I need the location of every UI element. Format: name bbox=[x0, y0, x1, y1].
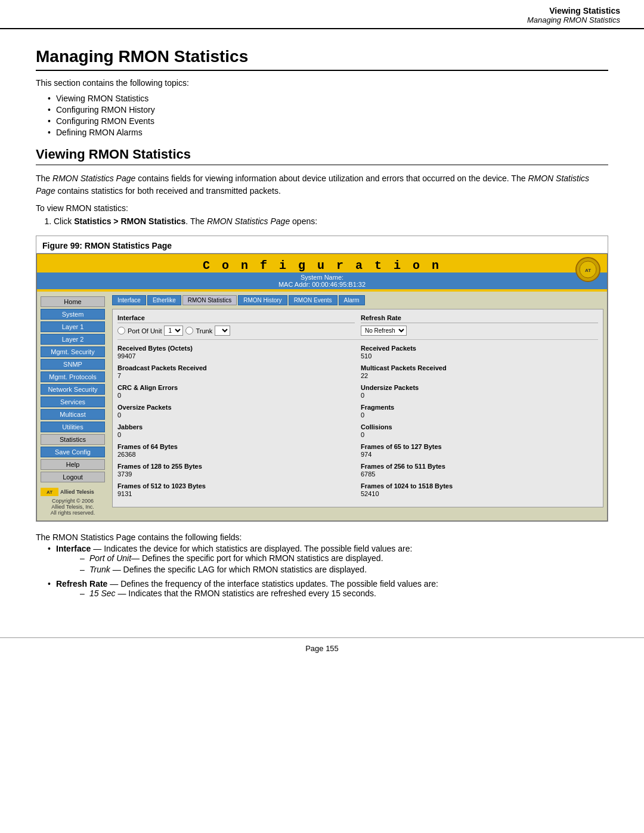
config-body: Home System Layer 1 Layer 2 Mgmt. Securi… bbox=[37, 292, 607, 521]
nav-network-security[interactable]: Network Security bbox=[41, 384, 105, 395]
steps-list: Click Statistics > RMON Statistics. The … bbox=[54, 216, 608, 226]
nav-snmp[interactable]: SNMP bbox=[41, 359, 105, 370]
radio-trunk[interactable] bbox=[185, 327, 193, 335]
stat-value-5a: 26368 bbox=[117, 451, 355, 458]
sub-15sec: 15 Sec — Indicates that the RMON statist… bbox=[80, 589, 608, 598]
stat-value-1a: 7 bbox=[117, 372, 355, 379]
sub-port: Port of Unit— Defines the specific port … bbox=[80, 553, 608, 563]
stat-label-5a: Frames of 64 Bytes bbox=[117, 443, 355, 450]
section1-title: Viewing RMON Statistics bbox=[36, 147, 608, 165]
header-subtitle: Managing RMON Statistics bbox=[24, 16, 620, 24]
stat-value-6a: 3739 bbox=[117, 470, 355, 478]
page-footer: Page 155 bbox=[0, 637, 644, 659]
nav-layer1[interactable]: Layer 1 bbox=[41, 321, 105, 332]
field-desc-intro: The RMON Statistics Page contains the fo… bbox=[36, 531, 608, 544]
topics-list: Viewing RMON Statistics Configuring RMON… bbox=[48, 94, 608, 137]
stats-row-7: Frames of 512 to 1023 Bytes 9131 Frames … bbox=[117, 482, 598, 497]
config-ui: C o n f i g u r a t i o n System Name: M… bbox=[36, 253, 608, 521]
nav-mgmt-protocols[interactable]: Mgmt. Protocols bbox=[41, 371, 105, 382]
config-subheader: System Name: MAC Addr: 00:00:46:95:B1:32 bbox=[37, 272, 607, 289]
page-number: Page 155 bbox=[305, 644, 339, 653]
rights: All rights reserved. bbox=[41, 510, 105, 516]
config-sidebar: Home System Layer 1 Layer 2 Mgmt. Securi… bbox=[37, 292, 109, 521]
tab-rmon-events[interactable]: RMON Events bbox=[289, 295, 338, 305]
svg-text:AT: AT bbox=[585, 268, 591, 273]
figure-container: Figure 99: RMON Statistics Page C o n f … bbox=[36, 236, 608, 522]
stat-label-7b: Frames of 1024 to 1518 Bytes bbox=[361, 482, 598, 490]
refresh-label: Refresh Rate bbox=[361, 314, 598, 323]
interface-col: Interface Port Of Unit 1 Trunk bbox=[117, 314, 355, 336]
tab-etherlike[interactable]: Etherlike bbox=[147, 295, 181, 305]
system-name-label: System Name: bbox=[301, 274, 343, 281]
interface-label: Interface bbox=[117, 314, 355, 323]
nav-layer2[interactable]: Layer 2 bbox=[41, 334, 105, 345]
stat-label-2b: Undersize Packets bbox=[361, 384, 598, 391]
stat-label-3b: Fragments bbox=[361, 404, 598, 411]
stat-value-1b: 22 bbox=[361, 372, 598, 379]
main-content: Managing RMON Statistics This section co… bbox=[0, 29, 644, 625]
stat-label-0a: Received Bytes (Octets) bbox=[117, 345, 355, 352]
mac-addr: MAC Addr: 00:00:46:95:B1:32 bbox=[278, 281, 366, 288]
stat-value-3b: 0 bbox=[361, 411, 598, 419]
trunk-label: Trunk bbox=[196, 327, 212, 335]
stats-row-3: Oversize Packets 0 Fragments 0 bbox=[117, 404, 598, 419]
stats-row-4: Jabbers 0 Collisions 0 bbox=[117, 423, 598, 438]
stat-label-1a: Broadcast Packets Received bbox=[117, 364, 355, 371]
page-header: Viewing Statistics Managing RMON Statist… bbox=[0, 0, 644, 29]
allied-name: Allied Telesis bbox=[60, 489, 94, 495]
stat-value-7a: 9131 bbox=[117, 490, 355, 497]
nav-logout[interactable]: Logout bbox=[41, 472, 105, 482]
stats-row-2: CRC & Align Errors 0 Undersize Packets 0 bbox=[117, 384, 598, 399]
stat-label-0b: Received Packets bbox=[361, 345, 598, 352]
tab-interface[interactable]: Interface bbox=[112, 295, 146, 305]
nav-mgmt-security[interactable]: Mgmt. Security bbox=[41, 346, 105, 357]
nav-multicast[interactable]: Multicast bbox=[41, 409, 105, 420]
config-logo-icon: AT bbox=[575, 256, 601, 283]
company: Allied Telesis, Inc. bbox=[41, 504, 105, 510]
port-select[interactable]: 1 bbox=[164, 326, 183, 336]
tab-rmon-statistics[interactable]: RMON Statistics bbox=[182, 295, 237, 305]
tab-rmon-history[interactable]: RMON History bbox=[238, 295, 287, 305]
stat-label-6b: Frames of 256 to 511 Bytes bbox=[361, 463, 598, 470]
refresh-sub-list: 15 Sec — Indicates that the RMON statist… bbox=[80, 589, 608, 598]
config-header: C o n f i g u r a t i o n System Name: M… bbox=[37, 254, 607, 292]
nav-utilities[interactable]: Utilities bbox=[41, 422, 105, 432]
stats-row-5: Frames of 64 Bytes 26368 Frames of 65 to… bbox=[117, 443, 598, 458]
stat-value-0b: 510 bbox=[361, 352, 598, 360]
config-main: Interface Etherlike RMON Statistics RMON… bbox=[109, 292, 607, 521]
stat-value-5b: 974 bbox=[361, 451, 598, 458]
copyright: Copyright © 2006 bbox=[41, 498, 105, 504]
field-list: Interface — Indicates the device for whi… bbox=[48, 544, 608, 598]
stats-area: Interface Port Of Unit 1 Trunk bbox=[112, 309, 603, 507]
nav-system[interactable]: System bbox=[41, 309, 105, 320]
port-label: Port Of Unit bbox=[128, 327, 162, 335]
page-title: Managing RMON Statistics bbox=[36, 47, 608, 71]
stat-label-1b: Multicast Packets Received bbox=[361, 364, 598, 371]
stat-label-6a: Frames of 128 to 255 Bytes bbox=[117, 463, 355, 470]
stat-label-4a: Jabbers bbox=[117, 423, 355, 431]
topic-3: Configuring RMON Events bbox=[48, 116, 608, 126]
refresh-select[interactable]: No Refresh bbox=[361, 326, 407, 336]
tab-alarm[interactable]: Alarm bbox=[339, 295, 365, 305]
trunk-select[interactable] bbox=[215, 326, 230, 336]
config-header-title: C o n f i g u r a t i o n bbox=[37, 259, 607, 272]
nav-services[interactable]: Services bbox=[41, 397, 105, 407]
step-1: Click Statistics > RMON Statistics. The … bbox=[54, 216, 608, 226]
interface-section: Interface Port Of Unit 1 Trunk bbox=[117, 314, 598, 340]
radio-row: Port Of Unit 1 Trunk bbox=[117, 326, 355, 336]
nav-statistics[interactable]: Statistics bbox=[41, 434, 105, 445]
stat-value-4b: 0 bbox=[361, 431, 598, 438]
radio-port[interactable] bbox=[117, 327, 125, 335]
nav-home[interactable]: Home bbox=[41, 296, 105, 307]
stats-row-0: Received Bytes (Octets) 99407 Received P… bbox=[117, 345, 598, 360]
section1-body: The RMON Statistics Page contains fields… bbox=[36, 172, 608, 197]
sub-trunk: Trunk — Defines the specific LAG for whi… bbox=[80, 565, 608, 574]
figure-caption: Figure 99: RMON Statistics Page bbox=[42, 241, 172, 250]
topic-2: Configuring RMON History bbox=[48, 105, 608, 114]
refresh-col: Refresh Rate No Refresh bbox=[361, 314, 598, 336]
nav-help[interactable]: Help bbox=[41, 459, 105, 470]
nav-save-config[interactable]: Save Config bbox=[41, 447, 105, 457]
intro-text: This section contains the following topi… bbox=[36, 78, 608, 88]
stats-row-6: Frames of 128 to 255 Bytes 3739 Frames o… bbox=[117, 463, 598, 478]
stats-row-1: Broadcast Packets Received 7 Multicast P… bbox=[117, 364, 598, 379]
